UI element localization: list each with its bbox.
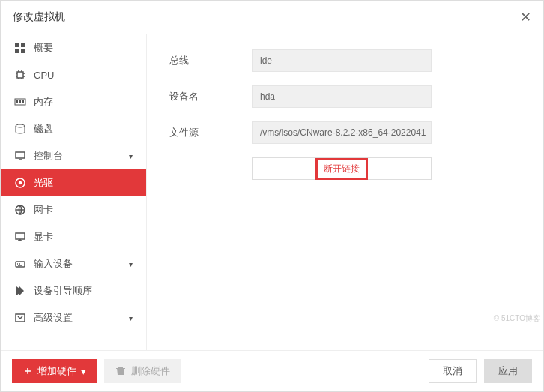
value-bus: ide [252,49,432,72]
grid-icon [14,42,26,54]
svg-rect-4 [17,72,23,78]
delete-hardware-button[interactable]: 删除硬件 [104,359,181,383]
chevron-down-icon: ▾ [81,366,86,377]
svg-rect-6 [16,100,18,103]
advanced-icon [14,312,26,324]
sidebar-item-cdrom[interactable]: 光驱 [1,169,146,196]
add-hardware-label: 增加硬件 [37,364,76,378]
cancel-button[interactable]: 取消 [429,359,477,383]
sidebar: 概要 CPU 内存 磁盘 控制台 ▾ 光驱 [1,34,147,350]
memory-icon [14,96,26,108]
row-disconnect: 断开链接 [252,157,521,180]
modal-header: 修改虚拟机 ✕ [1,1,543,34]
delete-hardware-label: 删除硬件 [131,364,170,378]
row-bus: 总线 ide [169,49,521,72]
row-device: 设备名 hda [169,85,521,108]
svg-rect-0 [15,43,19,47]
svg-rect-1 [21,43,25,47]
content-pane: 总线 ide 设备名 hda 文件源 /vms/isos/CNware-8.2.… [147,34,543,350]
boot-icon [14,285,26,297]
disconnect-label: 断开链接 [315,158,368,180]
sidebar-item-label: CPU [34,70,54,81]
cpu-icon [14,69,26,81]
sidebar-item-label: 磁盘 [34,122,53,136]
value-device: hda [252,85,432,108]
network-icon [14,204,26,216]
close-button[interactable]: ✕ [520,9,531,25]
input-icon [14,258,26,270]
apply-button[interactable]: 应用 [484,359,532,383]
modal-body: 概要 CPU 内存 磁盘 控制台 ▾ 光驱 [1,34,543,350]
label-source: 文件源 [169,126,252,139]
svg-point-9 [16,124,25,127]
value-source: /vms/isos/CNware-8.2.2-x86_64-2022041 [252,121,432,144]
disk-icon [14,123,26,135]
sidebar-item-input[interactable]: 输入设备 ▾ [1,250,146,277]
svg-rect-2 [15,49,19,53]
sidebar-item-disk[interactable]: 磁盘 [1,115,146,142]
add-hardware-button[interactable]: ＋ 增加硬件 ▾ [12,359,97,383]
sidebar-item-memory[interactable]: 内存 [1,88,146,115]
modal-edit-vm: 修改虚拟机 ✕ 概要 CPU 内存 磁盘 控制台 [0,0,544,392]
sidebar-item-overview[interactable]: 概要 [1,34,146,61]
svg-rect-7 [19,100,21,103]
console-icon [14,150,26,162]
sidebar-item-label: 光驱 [34,176,53,190]
sidebar-item-cpu[interactable]: CPU [1,61,146,88]
sidebar-item-label: 概要 [34,41,53,55]
svg-rect-8 [22,100,24,103]
row-source: 文件源 /vms/isos/CNware-8.2.2-x86_64-202204… [169,121,521,144]
svg-rect-10 [16,152,25,158]
svg-rect-3 [21,49,25,53]
sidebar-item-label: 控制台 [34,149,63,163]
sidebar-item-label: 高级设置 [34,311,73,325]
chevron-down-icon: ▾ [129,260,133,268]
cdrom-icon [14,177,26,189]
sidebar-item-console[interactable]: 控制台 ▾ [1,142,146,169]
label-device: 设备名 [169,90,252,103]
sidebar-item-label: 内存 [34,95,53,109]
modal-footer: ＋ 增加硬件 ▾ 删除硬件 取消 应用 [1,350,543,391]
label-bus: 总线 [169,54,252,67]
sidebar-item-label: 设备引导顺序 [34,284,92,298]
svg-rect-14 [16,233,25,239]
sidebar-item-label: 网卡 [34,203,53,217]
sidebar-item-label: 输入设备 [34,257,73,271]
watermark: © 51CTO博客 [494,313,540,324]
chevron-down-icon: ▾ [129,152,133,160]
sidebar-item-display[interactable]: 显卡 [1,223,146,250]
plus-icon: ＋ [22,364,33,378]
disconnect-button[interactable]: 断开链接 [252,157,432,180]
modal-title: 修改虚拟机 [13,10,65,24]
display-icon [14,231,26,243]
sidebar-item-boot[interactable]: 设备引导顺序 [1,277,146,304]
chevron-down-icon: ▾ [129,314,133,322]
trash-icon [115,364,127,379]
sidebar-item-advanced[interactable]: 高级设置 ▾ [1,304,146,331]
svg-point-12 [19,182,22,184]
sidebar-item-network[interactable]: 网卡 [1,196,146,223]
sidebar-item-label: 显卡 [34,230,53,244]
